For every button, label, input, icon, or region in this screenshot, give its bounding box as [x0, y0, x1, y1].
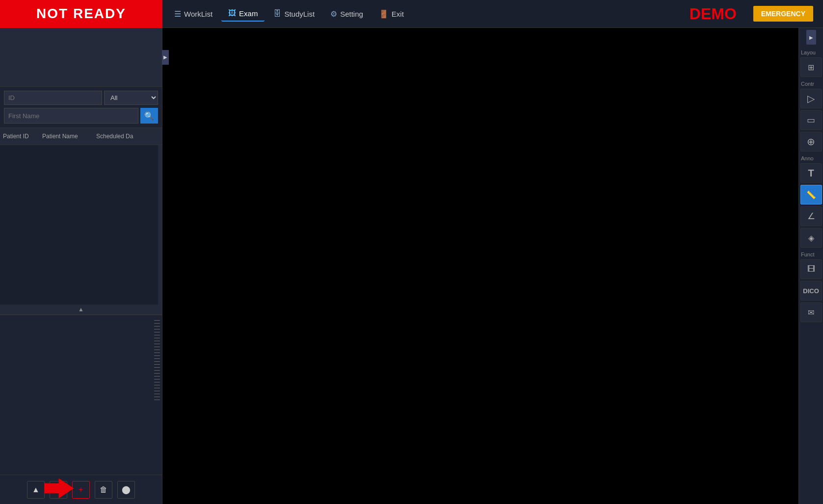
- exit-label: Exit: [392, 10, 404, 18]
- ruler-tick: [154, 347, 160, 347]
- ruler-area: [154, 315, 162, 475]
- rect-icon: ▭: [807, 115, 815, 126]
- col-scheduled-date: Scheduled Da: [93, 131, 162, 142]
- id-input[interactable]: [4, 91, 102, 105]
- angle-tool-button[interactable]: ∠: [800, 206, 822, 226]
- table-header: Patient ID Patient Name Scheduled Da: [0, 128, 162, 145]
- firstname-input[interactable]: [4, 108, 138, 124]
- arrow-indicator: [44, 479, 74, 500]
- ruler-tick: [154, 382, 160, 382]
- ruler-tick: [154, 364, 160, 365]
- collapse-button[interactable]: ▶: [162, 50, 169, 65]
- film-tool-button[interactable]: 🎞: [800, 259, 822, 279]
- col-patient-name: Patient Name: [39, 131, 93, 142]
- dicom-tool-button[interactable]: DICO: [800, 281, 822, 301]
- ruler-tick: [154, 373, 160, 374]
- rect-tool-button[interactable]: ▭: [800, 110, 822, 130]
- control-section-header: Contr: [799, 78, 823, 88]
- exam-label: Exam: [239, 9, 258, 18]
- right-expand-button[interactable]: ▶: [806, 30, 816, 45]
- ruler-tick: [154, 332, 160, 332]
- ruler-tick: [154, 358, 160, 359]
- nav-exam[interactable]: 🖼 Exam: [221, 6, 265, 22]
- topbar: NOT READY ☰ WorkList 🖼 Exam 🗄 StudyList …: [0, 0, 823, 28]
- eraser-tool-button[interactable]: ◈: [800, 228, 822, 248]
- ruler-tick: [154, 338, 160, 338]
- film-icon: 🎞: [807, 265, 815, 274]
- studylist-label: StudyList: [284, 10, 315, 18]
- delete-button[interactable]: 🗑: [95, 481, 112, 499]
- ruler-tick: [154, 355, 160, 356]
- ruler-tick: [154, 320, 160, 321]
- main-content: ▶ All Today Week 🔍 Patient ID: [0, 28, 823, 504]
- scroll-indicator[interactable]: [158, 145, 162, 304]
- table-body: [0, 145, 162, 304]
- next-arrow-icon: [44, 479, 74, 498]
- dicom-icon: DICO: [803, 287, 819, 295]
- zoom-tool-button[interactable]: ⊕: [800, 132, 822, 151]
- search-icon: 🔍: [144, 111, 154, 121]
- exam-icon: 🖼: [228, 9, 236, 18]
- ruler-tick: [154, 361, 160, 362]
- ruler-tick: [154, 326, 160, 327]
- ruler-tick: [154, 353, 160, 353]
- zoom-icon: ⊕: [807, 136, 815, 148]
- exam-area: [162, 28, 798, 504]
- add-button[interactable]: +: [72, 481, 90, 499]
- collapse-icon: ▶: [163, 54, 167, 60]
- nav-worklist[interactable]: ☰ WorkList: [167, 6, 219, 22]
- import-icon: ⬤: [122, 485, 131, 494]
- ruler-tick: [154, 344, 160, 344]
- nav-setting[interactable]: ⚙ Setting: [323, 6, 370, 22]
- scroll-up-button[interactable]: ▲: [27, 481, 45, 499]
- ruler-tick: [154, 394, 160, 394]
- exit-icon: 🚪: [379, 9, 389, 19]
- search-row2: 🔍: [4, 108, 158, 124]
- ruler-tick: [154, 323, 160, 324]
- worklist-icon: ☰: [174, 9, 181, 19]
- ruler-tick: [154, 329, 160, 329]
- filter-dropdown[interactable]: All Today Week: [104, 91, 158, 105]
- eraser-icon: ◈: [808, 233, 814, 243]
- layout-tool-button[interactable]: ⊞: [800, 57, 822, 77]
- nav-studylist[interactable]: 🗄 StudyList: [266, 6, 321, 21]
- ruler-tick: [154, 341, 160, 341]
- layout-section-header: Layou: [799, 47, 823, 56]
- function-section-header: Funct: [799, 249, 823, 258]
- studylist-icon: 🗄: [273, 9, 281, 18]
- ruler-tick: [154, 367, 160, 368]
- ruler-tick: [154, 391, 160, 391]
- ruler-tool-button[interactable]: 📏: [800, 185, 822, 204]
- right-panel: ▶ Layou ⊞ Contr ▷ ▭ ⊕ Anno T 📏 ∠ ◈ Funct…: [798, 28, 823, 504]
- up-collapse-button[interactable]: ▲: [0, 304, 162, 314]
- text-icon: T: [808, 168, 814, 179]
- setting-label: Setting: [340, 10, 363, 18]
- ruler-tick: [154, 379, 160, 379]
- not-ready-badge: NOT READY: [0, 0, 162, 28]
- ruler-tick: [154, 397, 160, 397]
- bottom-toolbar: ▲ ▼ + 🗑 ⬤: [0, 475, 162, 504]
- angle-icon: ∠: [807, 211, 815, 222]
- ruler-tick: [154, 376, 160, 377]
- layout-icon: ⊞: [808, 63, 814, 72]
- left-sidebar: ▶ All Today Week 🔍 Patient ID: [0, 28, 162, 504]
- ruler-tick: [154, 370, 160, 371]
- annotation-section-header: Anno: [799, 152, 823, 162]
- cursor-tool-button[interactable]: ▷: [800, 89, 822, 108]
- search-button[interactable]: 🔍: [140, 108, 158, 124]
- preview-area: ▶: [0, 28, 162, 87]
- setting-icon: ⚙: [330, 9, 337, 19]
- emergency-button[interactable]: EMERGENCY: [753, 6, 813, 22]
- not-ready-label: NOT READY: [36, 6, 126, 22]
- ruler-tick: [154, 335, 160, 335]
- ruler-tick: [154, 400, 160, 400]
- search-row1: All Today Week: [4, 91, 158, 105]
- ruler-tick: [154, 350, 160, 350]
- text-tool-button[interactable]: T: [800, 163, 822, 183]
- nav-exit[interactable]: 🚪 Exit: [372, 6, 411, 22]
- import-button[interactable]: ⬤: [117, 481, 135, 499]
- cursor-icon: ▷: [807, 93, 815, 104]
- bottom-preview-area: [0, 315, 162, 475]
- mail-tool-button[interactable]: ✉: [800, 302, 822, 322]
- ruler-icon: 📏: [806, 190, 816, 200]
